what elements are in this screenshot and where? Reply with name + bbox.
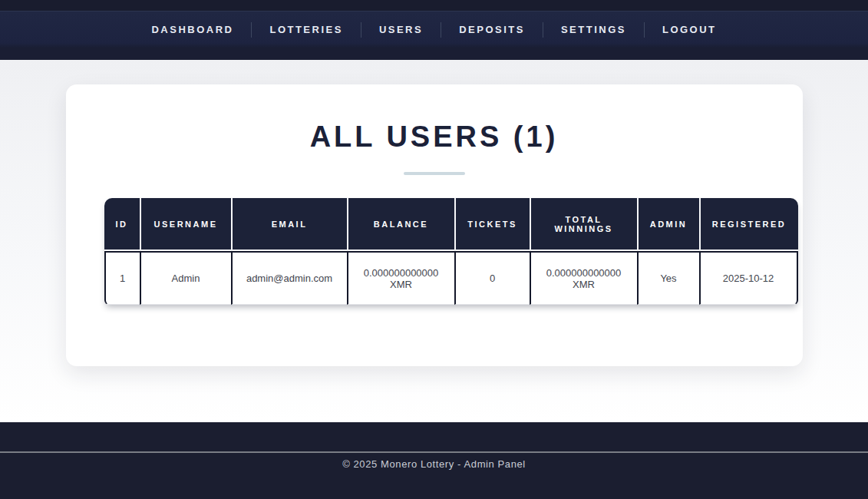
table-row: 1 Admin admin@admin.com 0.000000000000 X… [104,251,798,305]
footer-divider [0,422,868,453]
cell-id: 1 [104,251,140,305]
nav-item-deposits[interactable]: DEPOSITS [441,21,543,38]
column-header-tickets: TICKETS [454,198,530,251]
column-header-balance: BALANCE [347,198,454,251]
cell-total-winnings: 0.000000000000 XMR [530,251,637,305]
users-card: ALL USERS (1) ID USERNAME EMAIL BALANCE … [66,84,803,366]
column-header-email: EMAIL [231,198,347,251]
column-header-total-winnings: TOTAL WINNINGS [530,198,637,251]
site-footer: © 2025 Monero Lottery - Admin Panel [0,422,868,499]
nav-item-dashboard[interactable]: DASHBOARD [134,21,251,38]
cell-admin: Yes [637,251,699,305]
footer-copyright: © 2025 Monero Lottery - Admin Panel [0,458,868,470]
cell-username: Admin [140,251,231,305]
table-header-row: ID USERNAME EMAIL BALANCE TICKETS TOTAL … [104,198,798,251]
cell-email: admin@admin.com [231,251,347,305]
cell-registered: 2025-10-12 [699,251,798,305]
column-header-registered: REGISTERED [699,198,798,251]
nav-item-settings[interactable]: SETTINGS [543,21,644,38]
column-header-username: USERNAME [140,198,231,251]
nav-item-lotteries[interactable]: LOTTERIES [252,21,360,38]
title-divider [404,172,465,175]
page-main: ALL USERS (1) ID USERNAME EMAIL BALANCE … [0,60,868,422]
column-header-admin: ADMIN [637,198,699,251]
nav-item-logout[interactable]: LOGOUT [645,21,734,38]
nav-item-users[interactable]: USERS [361,21,441,38]
users-table: ID USERNAME EMAIL BALANCE TICKETS TOTAL … [104,198,798,305]
site-header: DASHBOARD LOTTERIES USERS DEPOSITS SETTI… [0,0,868,60]
cell-tickets: 0 [454,251,530,305]
page-title: ALL USERS (1) [104,120,764,154]
main-nav: DASHBOARD LOTTERIES USERS DEPOSITS SETTI… [0,12,868,48]
cell-balance: 0.000000000000 XMR [347,251,454,305]
column-header-id: ID [104,198,140,251]
